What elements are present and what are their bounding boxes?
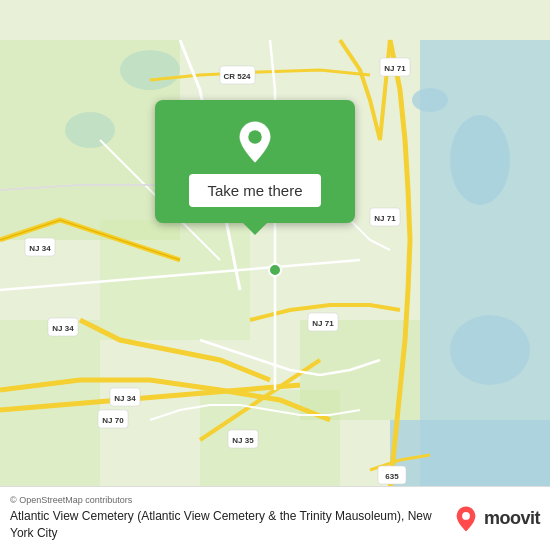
svg-rect-7 xyxy=(0,40,180,240)
svg-point-33 xyxy=(248,130,262,144)
svg-text:635: 635 xyxy=(385,472,399,481)
pin-icon xyxy=(233,120,277,164)
moovit-pin-icon xyxy=(452,505,480,533)
svg-text:NJ 35: NJ 35 xyxy=(232,436,254,445)
svg-text:NJ 70: NJ 70 xyxy=(102,416,124,425)
map-attribution: © OpenStreetMap contributors xyxy=(10,495,442,505)
bottom-info: © OpenStreetMap contributors Atlantic Vi… xyxy=(10,495,442,542)
svg-text:NJ 34: NJ 34 xyxy=(52,324,74,333)
take-me-there-button[interactable]: Take me there xyxy=(189,174,320,207)
moovit-logo: moovit xyxy=(452,505,540,533)
svg-point-32 xyxy=(269,264,281,276)
location-title: Atlantic View Cemetery (Atlantic View Ce… xyxy=(10,508,442,542)
map-svg: NJ 71 NJ 71 NJ 71 NJ 34 NJ 34 NJ 34 NJ 7… xyxy=(0,0,550,550)
svg-text:NJ 34: NJ 34 xyxy=(114,394,136,403)
svg-point-3 xyxy=(412,88,448,112)
bottom-bar: © OpenStreetMap contributors Atlantic Vi… xyxy=(0,486,550,550)
svg-text:NJ 71: NJ 71 xyxy=(374,214,396,223)
svg-text:NJ 71: NJ 71 xyxy=(312,319,334,328)
svg-text:NJ 34: NJ 34 xyxy=(29,244,51,253)
svg-point-6 xyxy=(450,315,530,385)
svg-text:CR 524: CR 524 xyxy=(223,72,251,81)
svg-point-34 xyxy=(462,512,470,520)
location-marker-card: Take me there xyxy=(155,100,355,223)
moovit-brand-text: moovit xyxy=(484,508,540,529)
svg-text:NJ 71: NJ 71 xyxy=(384,64,406,73)
svg-point-2 xyxy=(450,115,510,205)
map-container: NJ 71 NJ 71 NJ 71 NJ 34 NJ 34 NJ 34 NJ 7… xyxy=(0,0,550,550)
